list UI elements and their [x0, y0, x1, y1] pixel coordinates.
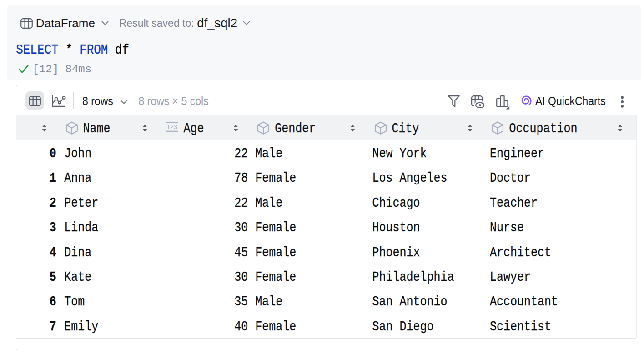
svg-text:123: 123 — [166, 123, 177, 130]
